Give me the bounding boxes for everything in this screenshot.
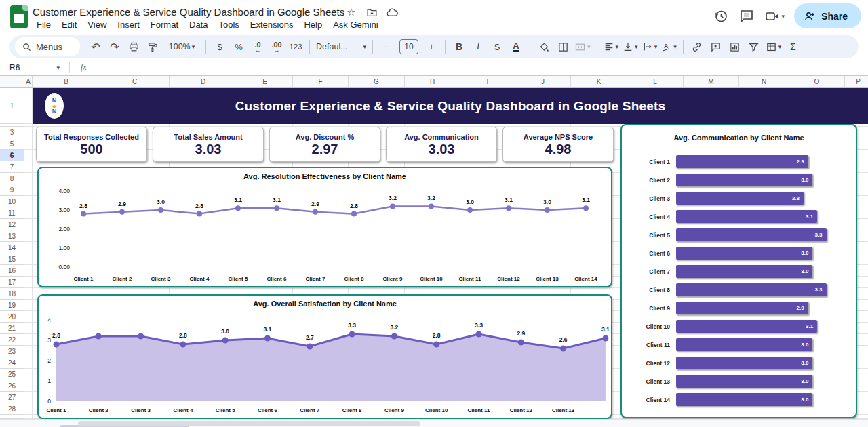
menu-item-insert[interactable]: Insert <box>112 18 145 31</box>
increase-font-size-button[interactable]: + <box>422 38 440 56</box>
row-header-8[interactable]: 8 <box>0 173 24 184</box>
document-title[interactable]: Customer Experience & Service Quality Da… <box>33 6 344 18</box>
select-all-corner[interactable] <box>0 76 24 88</box>
row-header-16[interactable]: 16 <box>0 265 24 277</box>
insert-table-button[interactable]: ▾ <box>764 38 783 56</box>
column-header-B[interactable]: B <box>33 76 100 88</box>
row-header-25[interactable]: 25 <box>0 369 24 380</box>
sum-functions-button[interactable]: Σ <box>784 38 802 56</box>
menu-item-ask-gemini[interactable]: Ask Gemini <box>328 18 383 31</box>
meet-dropdown-caret-icon[interactable]: ▾ <box>782 13 785 20</box>
zoom-selector[interactable]: 100% ▾ <box>163 38 201 56</box>
more-formats-button[interactable]: 123 <box>287 38 304 56</box>
bold-button[interactable]: B <box>450 38 468 56</box>
decrease-font-size-button[interactable]: − <box>378 38 395 56</box>
text-wrap-button[interactable]: ▾ <box>641 38 659 56</box>
format-currency-button[interactable]: $ <box>211 38 229 56</box>
column-header-I[interactable]: I <box>460 76 515 88</box>
row-header-28[interactable]: 28 <box>0 403 24 415</box>
menu-item-file[interactable]: File <box>31 18 56 31</box>
horizontal-align-button[interactable]: ▾ <box>602 38 620 56</box>
menus-search-box[interactable]: Menus <box>15 37 80 56</box>
font-selector[interactable]: Defaul... ▾ <box>315 38 368 56</box>
strikethrough-button[interactable]: S <box>488 38 506 56</box>
row-header-13[interactable]: 13 <box>0 230 24 242</box>
share-button[interactable]: Share <box>794 3 861 28</box>
row-header-7[interactable]: 7 <box>0 161 24 173</box>
merge-cells-button[interactable]: ▾ <box>573 38 592 56</box>
column-header-G[interactable]: G <box>349 76 405 88</box>
menu-item-tools[interactable]: Tools <box>213 18 244 31</box>
row-header-26[interactable]: 26 <box>0 380 24 392</box>
menu-item-format[interactable]: Format <box>145 18 184 31</box>
row-header-17[interactable]: 17 <box>0 277 24 288</box>
row-header-5[interactable]: 5 <box>0 138 24 150</box>
column-header-E[interactable]: E <box>237 76 293 88</box>
cloud-status-icon[interactable] <box>385 5 399 19</box>
chart-overall-satisfaction[interactable]: Avg. Overall Satisfaction by Client Name… <box>37 294 612 419</box>
google-sheets-logo-icon[interactable] <box>10 5 28 28</box>
column-header-F[interactable]: F <box>293 76 349 88</box>
chart-communication-bars[interactable]: Avg. Communication by Client Name Client… <box>620 124 857 418</box>
menu-item-view[interactable]: View <box>82 18 112 31</box>
row-header-1[interactable]: 1 <box>0 88 24 124</box>
column-header-M[interactable]: M <box>684 76 739 88</box>
insert-link-button[interactable] <box>688 38 706 56</box>
format-percent-button[interactable]: % <box>230 38 248 56</box>
paint-format-button[interactable] <box>144 38 161 56</box>
row-header-20[interactable]: 20 <box>0 311 24 323</box>
chart-resolution-effectiveness[interactable]: Avg. Resolution Effectiveness by Client … <box>37 167 612 287</box>
row-header-6[interactable]: 6 <box>0 150 24 161</box>
star-icon[interactable]: ☆ <box>344 5 358 19</box>
row-header-9[interactable]: 9 <box>0 184 24 196</box>
row-header-12[interactable]: 12 <box>0 219 24 230</box>
column-header-J[interactable]: J <box>515 76 571 88</box>
menu-item-help[interactable]: Help <box>298 18 328 31</box>
menu-item-edit[interactable]: Edit <box>56 18 82 31</box>
column-header-H[interactable]: H <box>405 76 460 88</box>
row-header-22[interactable]: 22 <box>0 334 24 346</box>
column-header-K[interactable]: K <box>571 76 627 88</box>
version-history-icon[interactable] <box>713 8 729 24</box>
redo-button[interactable]: ↷ <box>106 38 123 56</box>
column-header-N[interactable]: N <box>739 76 789 88</box>
row-header-14[interactable]: 14 <box>0 242 24 253</box>
formula-input[interactable] <box>87 60 868 75</box>
italic-button[interactable]: I <box>469 38 487 56</box>
font-size-input[interactable]: 10 <box>399 39 418 54</box>
increase-decimal-button[interactable]: .00→ <box>268 38 285 56</box>
text-rotation-button[interactable]: A ▾ <box>660 38 678 56</box>
decrease-decimal-button[interactable]: .0← <box>249 38 267 56</box>
fill-color-button[interactable] <box>535 38 553 56</box>
create-filter-button[interactable] <box>745 38 763 56</box>
menu-item-data[interactable]: Data <box>184 18 213 31</box>
insert-comment-button[interactable] <box>707 38 725 56</box>
column-header-A[interactable]: A <box>24 76 33 88</box>
row-header-11[interactable]: 11 <box>0 207 24 219</box>
row-header-27[interactable]: 27 <box>0 392 24 403</box>
vertical-align-button[interactable]: ▾ <box>621 38 639 56</box>
column-header-D[interactable]: D <box>170 76 237 88</box>
menu-item-extensions[interactable]: Extensions <box>245 18 299 31</box>
print-button[interactable] <box>125 38 142 56</box>
row-header-10[interactable]: 10 <box>0 196 24 207</box>
row-header-15[interactable]: 15 <box>0 253 24 265</box>
comments-icon[interactable] <box>738 8 755 24</box>
insert-chart-button[interactable] <box>726 38 744 56</box>
row-header-3[interactable]: 3 <box>0 127 24 138</box>
column-header-P[interactable]: P <box>845 76 868 88</box>
row-header-24[interactable]: 24 <box>0 357 24 369</box>
text-color-button[interactable]: A <box>507 38 525 56</box>
horizontal-scrollbar[interactable] <box>78 421 420 426</box>
meet-button[interactable]: ▾ <box>764 8 785 24</box>
row-header-19[interactable]: 19 <box>0 300 24 311</box>
name-box[interactable]: R6 ▾ <box>0 63 65 73</box>
borders-button[interactable] <box>554 38 572 56</box>
row-header-21[interactable]: 21 <box>0 323 24 334</box>
row-header-23[interactable]: 23 <box>0 346 24 357</box>
cells-grid[interactable]: N ◆ N Customer Experience & Service Qual… <box>24 88 868 419</box>
row-header-18[interactable]: 18 <box>0 288 24 300</box>
move-folder-icon[interactable] <box>365 5 378 19</box>
column-header-L[interactable]: L <box>627 76 684 88</box>
undo-button[interactable]: ↶ <box>87 38 104 56</box>
